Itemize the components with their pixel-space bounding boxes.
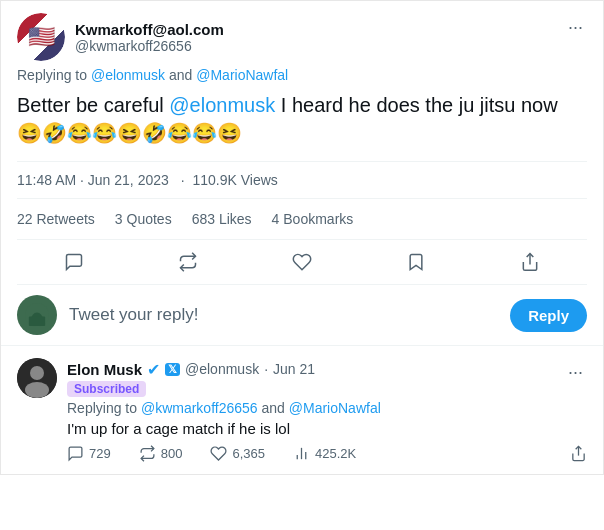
tweet-meta: 11:48 AM · Jun 21, 2023 · 110.9K Views xyxy=(17,161,587,199)
more-options-icon[interactable]: ··· xyxy=(564,13,587,42)
reply-comment-count: 729 xyxy=(89,446,111,461)
bookmark-button[interactable] xyxy=(390,244,442,280)
reply-user-info: Elon Musk ✔ 𝕏 @elonmusk · Jun 21 Subscri… xyxy=(67,360,315,397)
like-button[interactable] xyxy=(276,244,328,280)
reply-date: · xyxy=(264,361,268,377)
reply-handle[interactable]: @elonmusk xyxy=(185,361,259,377)
quotes-stat[interactable]: 3 Quotes xyxy=(115,211,172,227)
reply-like-action[interactable]: 6,365 xyxy=(210,445,265,462)
avatar: 🇺🇸 xyxy=(17,13,65,61)
mention-marioNawfal[interactable]: @MarioNawfal xyxy=(196,67,288,83)
reply-retweet-count: 800 xyxy=(161,446,183,461)
reply-date-val: Jun 21 xyxy=(273,361,315,377)
reply-box: Tweet your reply! Reply xyxy=(1,285,603,346)
reply-tweet-header: Elon Musk ✔ 𝕏 @elonmusk · Jun 21 Subscri… xyxy=(17,358,587,398)
reply-user-top: Elon Musk ✔ 𝕏 @elonmusk · Jun 21 xyxy=(67,360,315,379)
mention-elonmusk[interactable]: @elonmusk xyxy=(91,67,165,83)
tweet-header-left: 🇺🇸 Kwmarkoff@aol.com @kwmarkoff26656 xyxy=(17,13,224,61)
display-name[interactable]: Kwmarkoff@aol.com xyxy=(75,21,224,38)
stats-row: 22 Retweets 3 Quotes 683 Likes 4 Bookmar… xyxy=(17,199,587,240)
subscribed-badge-container: Subscribed xyxy=(67,379,315,397)
reply-more-options-icon[interactable]: ··· xyxy=(564,358,587,387)
reply-tweet-elon: Elon Musk ✔ 𝕏 @elonmusk · Jun 21 Subscri… xyxy=(1,346,603,474)
timestamp: 11:48 AM · Jun 21, 2023 xyxy=(17,172,169,188)
reply-display-name[interactable]: Elon Musk xyxy=(67,361,142,378)
retweet-button[interactable] xyxy=(162,244,214,280)
svg-rect-2 xyxy=(29,316,45,326)
reply-replying-to: Replying to @kwmarkoff26656 and @MarioNa… xyxy=(67,400,587,416)
reply-views-count: 425.2K xyxy=(315,446,356,461)
reply-share-action[interactable] xyxy=(570,445,587,462)
subscribed-badge: Subscribed xyxy=(67,381,146,397)
reply-views-action[interactable]: 425.2K xyxy=(293,445,356,462)
handle[interactable]: @kwmarkoff26656 xyxy=(75,38,224,54)
avatar-flag: 🇺🇸 xyxy=(17,13,65,61)
mention-inline[interactable]: @elonmusk xyxy=(169,94,275,116)
reply-tweet-header-left: Elon Musk ✔ 𝕏 @elonmusk · Jun 21 Subscri… xyxy=(17,358,315,398)
reply-submit-button[interactable]: Reply xyxy=(510,299,587,332)
likes-stat[interactable]: 683 Likes xyxy=(192,211,252,227)
reply-actions: 729 800 6,365 xyxy=(67,445,587,462)
tweet-page: 🇺🇸 Kwmarkoff@aol.com @kwmarkoff26656 ···… xyxy=(0,0,604,475)
twitter-x-icon: 𝕏 xyxy=(165,363,180,376)
retweets-stat[interactable]: 22 Retweets xyxy=(17,211,95,227)
tweet-text: Better be careful @elonmusk I heard he d… xyxy=(17,91,587,147)
bookmarks-stat[interactable]: 4 Bookmarks xyxy=(272,211,354,227)
action-row xyxy=(17,240,587,285)
reply-text: I'm up for a cage match if he is lol xyxy=(67,420,587,437)
share-button[interactable] xyxy=(504,244,556,280)
main-tweet: 🇺🇸 Kwmarkoff@aol.com @kwmarkoff26656 ···… xyxy=(1,1,603,285)
reply-tweet-body: Replying to @kwmarkoff26656 and @MarioNa… xyxy=(67,400,587,462)
user-info: Kwmarkoff@aol.com @kwmarkoff26656 xyxy=(75,21,224,54)
elon-avatar xyxy=(17,358,57,398)
reply-comment-action[interactable]: 729 xyxy=(67,445,111,462)
views: 110.9K Views xyxy=(192,172,277,188)
verified-icon: ✔ xyxy=(147,360,160,379)
reply-input[interactable]: Tweet your reply! xyxy=(69,305,498,325)
reply-like-count: 6,365 xyxy=(232,446,265,461)
reply-mention-kwmarkoff[interactable]: @kwmarkoff26656 xyxy=(141,400,258,416)
current-user-avatar xyxy=(17,295,57,335)
comment-button[interactable] xyxy=(48,244,100,280)
svg-point-5 xyxy=(25,382,49,398)
tweet-header: 🇺🇸 Kwmarkoff@aol.com @kwmarkoff26656 ··· xyxy=(17,13,587,61)
reply-mention-marioNawfal[interactable]: @MarioNawfal xyxy=(289,400,381,416)
reply-retweet-action[interactable]: 800 xyxy=(139,445,183,462)
replying-to: Replying to @elonmusk and @MarioNawfal xyxy=(17,67,587,83)
svg-point-4 xyxy=(30,366,44,380)
